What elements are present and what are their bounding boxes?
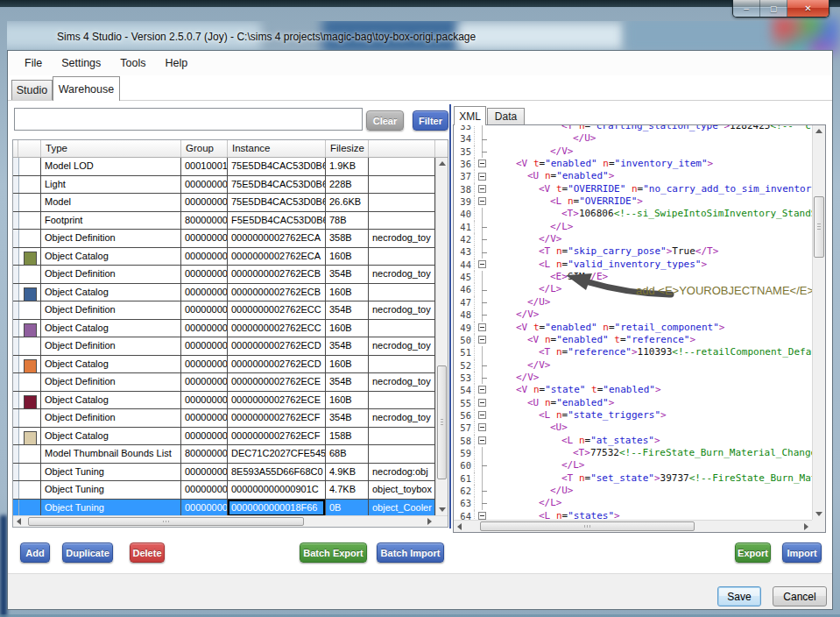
table-row[interactable]: Object Definition000000000000000002762EC… <box>13 301 448 320</box>
scroll-up-icon[interactable] <box>439 161 446 166</box>
save-button[interactable]: Save <box>717 586 761 606</box>
export-button[interactable]: Export <box>735 543 771 563</box>
scroll-right-icon[interactable] <box>427 518 432 525</box>
xml-line[interactable]: 54<V n="state" t="enabled"> <box>454 384 812 396</box>
minimize-button[interactable]: – <box>733 0 760 17</box>
xml-line[interactable]: 52</V> <box>454 359 812 372</box>
column-header-group[interactable]: Group <box>181 140 228 157</box>
fold-collapse-icon[interactable] <box>475 195 490 208</box>
tab-warehouse[interactable]: Warehouse <box>53 76 120 101</box>
xml-line[interactable]: 56<L n="state_triggers"> <box>454 409 812 422</box>
fold-collapse-icon[interactable] <box>475 409 490 422</box>
column-header-filesize[interactable]: Filesize <box>326 140 369 157</box>
table-row[interactable]: Object Tuning000000008E593A55D66F68C04.9… <box>13 464 448 482</box>
xml-line[interactable]: 35</V> <box>454 145 812 158</box>
fold-collapse-icon[interactable] <box>475 259 490 271</box>
table-row[interactable]: Light0000000075E5DB4CAC53D0B6228B <box>13 176 448 195</box>
scroll-right-icon[interactable] <box>804 523 808 530</box>
scroll-left-icon[interactable] <box>17 518 21 525</box>
cancel-button[interactable]: Cancel <box>773 586 827 606</box>
add-button[interactable]: Add <box>20 543 50 563</box>
xml-line[interactable]: 48</V> <box>454 308 812 321</box>
close-button[interactable]: ✕ <box>787 0 829 17</box>
editor-horizontal-scrollbar[interactable] <box>454 520 812 532</box>
xml-line[interactable]: 51<T n="reference">110393<!--retailCompo… <box>454 346 812 358</box>
table-row[interactable]: Object Catalog000000000000000002762ECC16… <box>13 320 448 338</box>
table-row[interactable]: Object Definition000000000000000002762EC… <box>13 337 448 356</box>
menu-file[interactable]: File <box>15 53 52 73</box>
table-row[interactable]: Model LOD0001000175E5DB4CAC53D0B61.9KB <box>13 158 448 176</box>
table-row[interactable]: Object Definition000000000000000002762EC… <box>13 409 448 428</box>
table-row[interactable]: Object Tuning000000000000000000018F660Bo… <box>13 500 448 516</box>
menu-help[interactable]: Help <box>156 53 198 73</box>
delete-button[interactable]: Delete <box>130 543 165 563</box>
xml-line[interactable]: 59<T>77532<!--FireState_Burn_Material_Ch… <box>454 447 812 459</box>
fold-collapse-icon[interactable] <box>475 422 490 434</box>
xml-line[interactable]: 36<V t="enabled" n="inventory_item"> <box>454 158 812 170</box>
xml-line[interactable]: 49<V t="enabled" n="retail_component"> <box>454 322 812 334</box>
xml-line[interactable]: 43<T n="skip_carry_pose">True</T> <box>454 245 812 258</box>
table-row[interactable]: Model Thumbnail Bounds List80000000DEC71… <box>13 445 448 464</box>
fold-collapse-icon[interactable] <box>475 435 490 447</box>
table-horizontal-scrollbar[interactable] <box>13 515 448 527</box>
fold-collapse-icon[interactable] <box>475 322 490 334</box>
table-hscroll-thumb[interactable] <box>28 517 304 526</box>
duplicate-button[interactable]: Duplicate <box>62 543 113 563</box>
menu-tools[interactable]: Tools <box>110 53 155 73</box>
xml-line[interactable]: 61<T n="set_state">39737<!--FireState_Bu… <box>454 472 812 485</box>
xml-line[interactable]: 38<V t="OVERRIDE" n="no_carry_add_to_sim… <box>454 183 812 195</box>
fold-collapse-icon[interactable] <box>475 384 490 396</box>
fold-collapse-icon[interactable] <box>475 158 490 170</box>
xml-editor[interactable]: 33<T n="crafting_station_type">1282425<!… <box>453 124 826 533</box>
tab-data[interactable]: Data <box>487 108 525 125</box>
fold-collapse-icon[interactable] <box>475 334 490 346</box>
xml-line[interactable]: 62</U> <box>454 485 812 497</box>
table-row[interactable]: Object Definition000000000000000002762EC… <box>13 230 448 248</box>
clear-button[interactable]: Clear <box>366 110 404 131</box>
table-row[interactable]: Object Catalog000000000000000002762ECD16… <box>13 356 448 374</box>
xml-line[interactable]: 41</L> <box>454 221 812 233</box>
cell-instance[interactable]: 0000000000018F66 <box>228 500 326 516</box>
scroll-down-icon[interactable] <box>815 512 822 516</box>
xml-line[interactable]: 42</V> <box>454 233 812 245</box>
filter-button[interactable]: Filter <box>413 110 448 131</box>
xml-line[interactable]: 34</U> <box>454 132 812 145</box>
xml-line[interactable]: 55<U n="enabled"> <box>454 397 812 409</box>
table-row[interactable]: Object Catalog000000000000000002762ECA16… <box>13 248 448 266</box>
column-header-instance[interactable]: Instance <box>228 140 326 157</box>
table-row[interactable]: Object Catalog000000000000000002762ECB16… <box>13 284 448 302</box>
table-vscroll-thumb[interactable] <box>437 365 447 479</box>
xml-line[interactable]: 63</L> <box>454 497 812 509</box>
xml-line[interactable]: 37<U n="enabled"> <box>454 170 812 182</box>
table-row[interactable]: Object Catalog000000000000000002762ECE16… <box>13 392 448 410</box>
batch-export-button[interactable]: Batch Export <box>300 543 367 563</box>
xml-line[interactable]: 60</L> <box>454 459 812 472</box>
table-row[interactable]: Object Definition000000000000000002762EC… <box>13 266 448 284</box>
table-row[interactable]: Object Definition000000000000000002762EC… <box>13 373 448 392</box>
xml-line[interactable]: 64<L n="states"> <box>454 510 812 520</box>
tab-studio[interactable]: Studio <box>11 80 53 101</box>
table-row[interactable]: Model0000000075E5DB4CAC53D0B626.6KB <box>13 194 448 212</box>
xml-line[interactable]: 58<L n="at_states"> <box>454 435 812 447</box>
editor-vscroll-thumb[interactable] <box>814 196 824 258</box>
search-input[interactable] <box>14 108 363 131</box>
tab-xml[interactable]: XML <box>454 106 486 125</box>
fold-collapse-icon[interactable] <box>475 397 490 409</box>
scroll-down-icon[interactable] <box>439 507 446 512</box>
fold-collapse-icon[interactable] <box>475 183 490 195</box>
editor-hscroll-thumb[interactable] <box>480 521 695 531</box>
maximize-button[interactable]: ▢ <box>760 0 787 17</box>
import-button[interactable]: Import <box>782 543 822 563</box>
fold-collapse-icon[interactable] <box>475 510 490 520</box>
xml-line[interactable]: 39<L n="OVERRIDE"> <box>454 195 812 208</box>
table-row[interactable]: Object Tuning00000000000000000000901C4.7… <box>13 481 448 500</box>
column-header-type[interactable]: Type <box>41 140 181 157</box>
xml-line[interactable]: 53</V> <box>454 372 812 384</box>
xml-line[interactable]: 50<V n="enabled" t="reference"> <box>454 334 812 346</box>
table-row[interactable]: Object Catalog000000000000000002762ECF15… <box>13 428 448 446</box>
menu-settings[interactable]: Settings <box>52 53 110 73</box>
editor-vertical-scrollbar[interactable] <box>812 125 825 520</box>
batch-import-button[interactable]: Batch Import <box>377 543 444 563</box>
table-vertical-scrollbar[interactable] <box>435 158 448 515</box>
xml-line[interactable]: 40<T>106806<!--si_SwipeIntoSimInventory_… <box>454 208 812 220</box>
